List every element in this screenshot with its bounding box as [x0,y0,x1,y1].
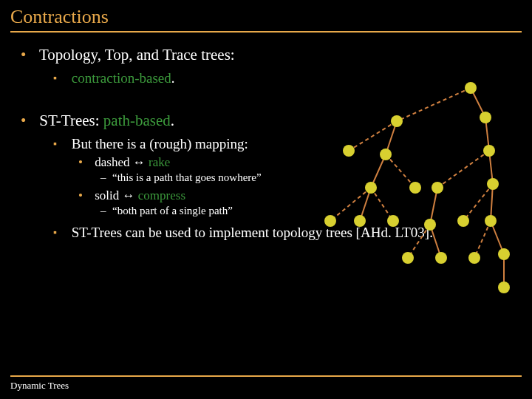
svg-line-18 [408,225,430,258]
svg-point-28 [432,182,443,194]
svg-point-36 [402,252,414,264]
svg-point-22 [391,115,403,127]
svg-line-17 [463,184,493,221]
svg-point-27 [409,182,421,194]
bullet-2a-ii-green: compress [135,188,185,202]
svg-point-29 [487,178,499,190]
svg-point-23 [343,145,355,157]
title-rule [10,31,522,33]
svg-point-25 [483,145,495,157]
svg-line-16 [437,151,489,188]
bullet-2a-i-pre: dashed [95,155,132,169]
bullet-1-text: Topology, Top, and Trace trees: [39,46,235,64]
slide: Contractions Topology, Top, and Trace tr… [0,0,532,399]
svg-line-12 [349,121,397,151]
svg-point-39 [498,248,510,260]
svg-point-21 [480,112,491,123]
content-area: Topology, Top, and Trace trees: contract… [10,46,522,241]
svg-point-38 [468,252,480,264]
bullet-2-green: path-based [103,112,171,129]
svg-point-31 [354,215,366,227]
svg-point-35 [485,215,497,227]
svg-point-26 [365,182,377,194]
svg-point-33 [424,219,436,231]
svg-line-13 [386,154,415,188]
footer-rule [10,375,522,377]
svg-line-11 [397,88,471,121]
svg-point-40 [498,282,510,293]
svg-point-30 [324,215,336,227]
bullet-2a-i-green: rake [146,155,171,169]
svg-point-34 [457,215,469,227]
slide-title: Contractions [10,6,522,31]
footer: Dynamic Trees [10,375,522,392]
bullet-2a-ii-pre: solid [95,188,122,202]
arrow-icon: ↔ [123,188,135,202]
svg-line-19 [474,221,491,258]
bullet-2a-text: But there is a (rough) mapping: [72,136,248,151]
footer-text: Dynamic Trees [10,380,522,392]
svg-point-32 [387,215,399,227]
bullet-1a-green: contraction-based [72,70,171,86]
svg-point-37 [435,252,447,264]
bullet-2-suffix: . [171,112,174,129]
bullet-1a-suffix: . [171,70,175,86]
bullet-2-pre: ST-Trees: [39,112,103,129]
svg-line-15 [371,188,393,221]
tree-diagram [304,77,519,306]
svg-point-20 [465,82,477,94]
svg-point-24 [380,149,392,160]
arrow-icon: ↔ [133,155,146,169]
